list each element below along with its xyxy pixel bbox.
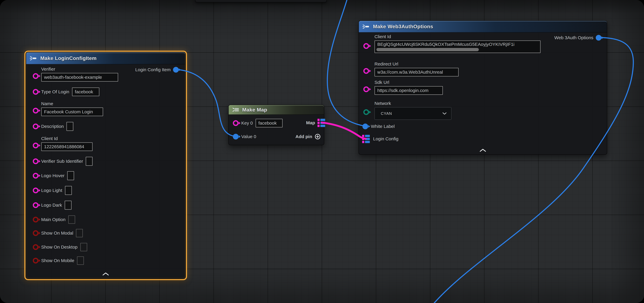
main-option-label: Main Option [41, 217, 66, 222]
description-input[interactable] [66, 122, 73, 131]
redirect-url-label: Redirect Url [374, 61, 607, 67]
sdk-url-label: Sdk Url [374, 80, 607, 85]
show-on-desktop-checkbox[interactable] [80, 243, 87, 251]
network-dropdown[interactable]: CYAN [374, 107, 452, 120]
add-pin-button[interactable]: Add pin [296, 132, 321, 141]
node-make-loginconfigitem[interactable]: Make LoginConfigItem Login Config Item V… [26, 52, 186, 279]
node-title: Make LoginConfigItem [40, 55, 97, 61]
row-login-config: Login Config [359, 134, 607, 144]
login-config-label: Login Config [373, 136, 398, 142]
client-id-value: BEglQSgt4cUWcj6SKRdu5QkOXTsePmMcusG5EAoy… [377, 42, 514, 47]
row-logo-dark: Logo Dark [26, 201, 185, 210]
redirect-url-pin[interactable] [363, 68, 369, 74]
row-verifier-sub-identifier: Verifier Sub Identifier [26, 157, 185, 166]
client-id-label: Client Id [374, 34, 607, 40]
blueprint-graph-canvas[interactable]: Make LoginConfigItem Login Config Item V… [0, 0, 644, 303]
row-main-option: Main Option [26, 215, 185, 224]
login-config-pin[interactable] [362, 135, 370, 143]
row-description: Description [26, 122, 185, 131]
key0-label: Key 0 [241, 120, 253, 126]
client-id-pin[interactable] [33, 143, 38, 148]
make-struct-icon [30, 56, 38, 60]
show-on-mobile-checkbox[interactable] [77, 256, 84, 265]
description-pin[interactable] [33, 124, 38, 129]
node-make-web3authoptions[interactable]: Make Web3AuthOptions Web 3Auth Options C… [358, 20, 607, 155]
node-header[interactable]: Make LoginConfigItem [26, 52, 185, 64]
row-logo-hover: Logo Hover [26, 171, 185, 180]
main-option-checkbox[interactable] [68, 216, 75, 224]
key0-input[interactable]: facebook [256, 119, 282, 128]
verifier-sub-identifier-input[interactable] [86, 157, 92, 166]
chevron-down-icon [442, 112, 446, 115]
sdk-url-pin[interactable] [363, 86, 369, 92]
node-header[interactable]: Make Map [229, 105, 324, 115]
client-id-pin[interactable] [363, 43, 369, 49]
client-id-input[interactable]: 1222658941886084 [41, 142, 92, 151]
row-name: Name Facebook Custom Login [26, 101, 185, 116]
show-on-desktop-pin[interactable] [33, 244, 38, 250]
description-label: Description [41, 124, 64, 129]
show-on-modal-checkbox[interactable] [76, 229, 83, 237]
node-title: Make Map [242, 107, 267, 113]
client-id-input[interactable]: BEglQSgt4cUWcj6SKRdu5QkOXTsePmMcusG5EAoy… [374, 40, 540, 53]
collapse-chevron[interactable] [102, 272, 109, 276]
collapse-chevron[interactable] [480, 149, 486, 152]
name-label: Name [41, 101, 185, 106]
offscreen-node-top[interactable] [195, 0, 327, 2]
output-map[interactable]: Map [306, 118, 325, 127]
logo-light-input[interactable] [65, 186, 72, 195]
main-option-pin[interactable] [33, 217, 38, 222]
add-pin-label: Add pin [296, 134, 312, 140]
node-make-map[interactable]: Make Map Key 0 facebook Map Value 0 Add … [228, 105, 324, 145]
row-network: Network CYAN [359, 100, 607, 120]
node-header[interactable]: Make Web3AuthOptions [359, 21, 607, 32]
row-logo-light: Logo Light [26, 186, 185, 195]
type-of-login-pin[interactable] [33, 89, 38, 95]
show-on-modal-pin[interactable] [33, 230, 38, 236]
logo-dark-pin[interactable] [33, 202, 38, 208]
row-show-on-desktop: Show On Desktop [26, 242, 185, 252]
value0-pin[interactable] [233, 134, 238, 140]
show-on-mobile-pin[interactable] [33, 258, 38, 264]
row-client-id: Client Id 1222658941886084 [26, 136, 185, 151]
map-label: Map [306, 120, 315, 126]
verifier-pin[interactable] [33, 73, 38, 79]
verifier-sub-identifier-label: Verifier Sub Identifier [41, 158, 83, 164]
show-on-modal-label: Show On Modal [41, 230, 73, 236]
name-input[interactable]: Facebook Custom Login [41, 108, 103, 116]
name-pin[interactable] [33, 108, 38, 114]
map-pin[interactable] [318, 119, 325, 127]
type-of-login-input[interactable]: facebook [72, 88, 99, 96]
logo-hover-label: Logo Hover [41, 173, 64, 178]
logo-hover-pin[interactable] [33, 173, 38, 178]
show-on-mobile-label: Show On Mobile [41, 258, 74, 264]
row-type-of-login: Type Of Login facebook [26, 87, 185, 96]
row-white-label: White Label [359, 122, 607, 131]
sdk-url-input[interactable]: https://sdk.openlogin.com [374, 86, 443, 95]
client-id-scrollbar[interactable] [376, 48, 479, 51]
verifier-input[interactable]: web3auth-facebook-example [41, 73, 118, 82]
row-show-on-mobile: Show On Mobile [26, 256, 185, 265]
row-redirect-url: Redirect Url w3a://com.w3a.Web3AuthUnrea… [359, 61, 607, 76]
row-show-on-modal: Show On Modal [26, 228, 185, 238]
type-of-login-label: Type Of Login [41, 89, 69, 95]
white-label-label: White Label [371, 124, 394, 129]
network-pin[interactable] [363, 109, 369, 115]
row-client-id: Client Id BEglQSgt4cUWcj6SKRdu5QkOXTsePm… [359, 34, 607, 53]
make-struct-icon [362, 24, 370, 29]
row-verifier: Verifier web3auth-facebook-example [26, 66, 185, 82]
add-pin-icon[interactable] [315, 134, 321, 140]
logo-light-label: Logo Light [41, 188, 62, 193]
show-on-desktop-label: Show On Desktop [41, 244, 78, 250]
logo-hover-input[interactable] [67, 171, 74, 180]
logo-light-pin[interactable] [33, 188, 38, 193]
make-map-icon [232, 108, 240, 112]
logo-dark-input[interactable] [65, 201, 72, 210]
white-label-pin[interactable] [362, 124, 368, 129]
key0-pin[interactable] [233, 120, 238, 126]
node-title: Make Web3AuthOptions [373, 24, 433, 30]
verifier-sub-identifier-pin[interactable] [33, 158, 38, 164]
logo-dark-label: Logo Dark [41, 202, 62, 208]
redirect-url-input[interactable]: w3a://com.w3a.Web3AuthUnreal [374, 68, 459, 76]
network-value: CYAN [381, 111, 392, 116]
